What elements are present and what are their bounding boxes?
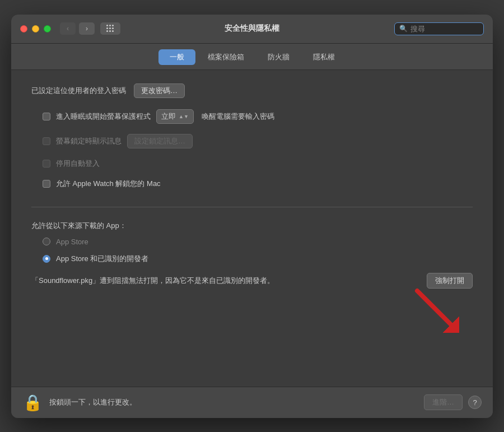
sleep-dropdown-value: 立即 bbox=[161, 112, 176, 122]
lock-icon-container[interactable]: 🔒 bbox=[22, 392, 43, 412]
help-icon: ? bbox=[473, 398, 477, 407]
lock-text: 按鎖頭一下，以進行更改。 bbox=[49, 397, 137, 407]
tab-privacy[interactable]: 隱私權 bbox=[302, 49, 346, 65]
dropdown-arrow-icon: ▲▼ bbox=[179, 114, 189, 119]
maximize-button[interactable] bbox=[44, 25, 51, 32]
password-row: 已設定這位使用者的登入密碼 更改密碼… bbox=[31, 83, 473, 98]
allow-apps-section: 允許從以下來源下載的 App： App Store App Store 和已識別… bbox=[31, 221, 473, 289]
advanced-button[interactable]: 進階… bbox=[424, 394, 463, 410]
apple-watch-label: 允許 Apple Watch 解鎖您的 Mac bbox=[56, 179, 161, 189]
allow-apps-title: 允許從以下來源下載的 App： bbox=[31, 221, 473, 231]
grid-icon bbox=[106, 25, 114, 32]
help-button[interactable]: ? bbox=[468, 396, 482, 409]
traffic-lights bbox=[20, 25, 51, 32]
auto-login-row: 停用自動登入 bbox=[43, 157, 473, 170]
minimize-button[interactable] bbox=[32, 25, 39, 32]
screen-lock-info-button[interactable]: 設定鎖定訊息… bbox=[127, 134, 193, 148]
window-title: 安全性與隱私權 bbox=[225, 24, 279, 34]
lock-icon: 🔒 bbox=[23, 393, 43, 412]
tab-general[interactable]: 一般 bbox=[158, 49, 195, 65]
forward-button[interactable]: › bbox=[79, 22, 95, 35]
titlebar: ‹ › 安全性與隱私權 🔍 bbox=[11, 15, 493, 44]
content-area: 已設定這位使用者的登入密碼 更改密碼… 進入睡眠或開始螢幕保護程式 立即 ▲▼ … bbox=[11, 70, 493, 387]
search-icon: 🔍 bbox=[399, 25, 408, 32]
radio-appstore-devs-row: App Store 和已識別的開發者 bbox=[43, 253, 473, 265]
apple-watch-checkbox[interactable] bbox=[43, 180, 50, 188]
sleep-dropdown[interactable]: 立即 ▲▼ bbox=[156, 109, 194, 124]
radio-selected-indicator bbox=[45, 257, 48, 260]
nav-buttons: ‹ › bbox=[60, 22, 120, 35]
blocked-message-row: 「Soundflower.pkg」遭到阻擋無法打開，因為它不是來自已識別的開發者… bbox=[31, 273, 473, 289]
search-box[interactable]: 🔍 bbox=[394, 22, 484, 35]
radio-appstore-devs[interactable] bbox=[43, 255, 50, 263]
search-input[interactable] bbox=[410, 25, 478, 33]
sleep-checkbox[interactable] bbox=[43, 113, 50, 120]
back-button[interactable]: ‹ bbox=[60, 22, 76, 35]
password-label: 已設定這位使用者的登入密碼 bbox=[31, 86, 126, 96]
radio-appstore-devs-label: App Store 和已識別的開發者 bbox=[56, 254, 148, 264]
close-button[interactable] bbox=[20, 25, 27, 32]
wake-label: 喚醒電腦需要輸入密碼 bbox=[202, 112, 274, 122]
section-divider bbox=[31, 207, 473, 207]
sleep-label: 進入睡眠或開始螢幕保護程式 bbox=[56, 112, 151, 122]
radio-appstore-label: App Store bbox=[56, 238, 88, 246]
tab-filevault[interactable]: 檔案保險箱 bbox=[197, 49, 255, 65]
auto-login-checkbox[interactable] bbox=[43, 160, 50, 168]
tab-bar: 一般 檔案保險箱 防火牆 隱私權 bbox=[11, 44, 493, 70]
auto-login-label: 停用自動登入 bbox=[56, 159, 100, 169]
change-password-button[interactable]: 更改密碼… bbox=[134, 83, 185, 98]
screen-lock-row: 螢幕鎖定時顯示訊息 設定鎖定訊息… bbox=[43, 133, 473, 150]
blocked-message-text: 「Soundflower.pkg」遭到阻擋無法打開，因為它不是來自已識別的開發者… bbox=[31, 276, 420, 286]
screen-lock-label: 螢幕鎖定時顯示訊息 bbox=[56, 136, 122, 146]
tab-firewall[interactable]: 防火牆 bbox=[256, 49, 301, 65]
bottom-bar: 🔒 按鎖頭一下，以進行更改。 進階… ? bbox=[11, 387, 493, 418]
force-open-button[interactable]: 強制打開 bbox=[427, 273, 473, 289]
radio-appstore-row: App Store bbox=[43, 236, 473, 247]
bottom-right-controls: 進階… ? bbox=[424, 394, 482, 410]
apple-watch-row: 允許 Apple Watch 解鎖您的 Mac bbox=[43, 178, 473, 190]
grid-button[interactable] bbox=[100, 22, 120, 35]
screen-lock-checkbox[interactable] bbox=[43, 137, 50, 145]
main-window: ‹ › 安全性與隱私權 🔍 一般 檔案保險箱 防火牆 隱私權 已設定這位使用者的… bbox=[11, 15, 493, 418]
sleep-option-row: 進入睡眠或開始螢幕保護程式 立即 ▲▼ 喚醒電腦需要輸入密碼 bbox=[43, 108, 473, 125]
radio-appstore[interactable] bbox=[43, 238, 50, 245]
